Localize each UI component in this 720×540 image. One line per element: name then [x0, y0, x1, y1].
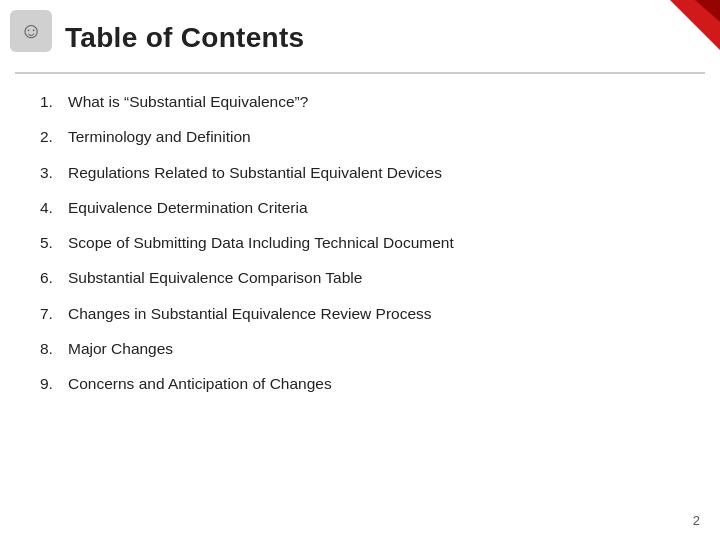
- list-number: 1.: [40, 90, 68, 113]
- content-list: 1.What is “Substantial Equivalence”?2.Te…: [40, 90, 680, 407]
- list-text: Major Changes: [68, 337, 173, 360]
- list-number: 4.: [40, 196, 68, 219]
- list-text: Scope of Submitting Data Including Techn…: [68, 231, 454, 254]
- list-number: 9.: [40, 372, 68, 395]
- page-number: 2: [693, 513, 700, 528]
- list-number: 3.: [40, 161, 68, 184]
- list-item: 3.Regulations Related to Substantial Equ…: [40, 161, 680, 184]
- title-divider: [15, 72, 705, 74]
- list-item: 8.Major Changes: [40, 337, 680, 360]
- list-item: 9.Concerns and Anticipation of Changes: [40, 372, 680, 395]
- list-text: Substantial Equivalence Comparison Table: [68, 266, 362, 289]
- list-number: 2.: [40, 125, 68, 148]
- list-item: 7.Changes in Substantial Equivalence Rev…: [40, 302, 680, 325]
- list-item: 1.What is “Substantial Equivalence”?: [40, 90, 680, 113]
- list-text: Terminology and Definition: [68, 125, 251, 148]
- logo-icon: ☺: [20, 18, 42, 44]
- list-text: What is “Substantial Equivalence”?: [68, 90, 308, 113]
- list-number: 5.: [40, 231, 68, 254]
- logo-area: ☺: [10, 10, 60, 60]
- list-text: Concerns and Anticipation of Changes: [68, 372, 332, 395]
- list-item: 4.Equivalence Determination Criteria: [40, 196, 680, 219]
- list-item: 6.Substantial Equivalence Comparison Tab…: [40, 266, 680, 289]
- list-number: 6.: [40, 266, 68, 289]
- list-item: 5.Scope of Submitting Data Including Tec…: [40, 231, 680, 254]
- list-text: Equivalence Determination Criteria: [68, 196, 308, 219]
- list-number: 7.: [40, 302, 68, 325]
- logo-box: ☺: [10, 10, 52, 52]
- slide-title: Table of Contents: [65, 22, 304, 54]
- slide-container: ☺ Table of Contents 1.What is “Substanti…: [0, 0, 720, 540]
- list-number: 8.: [40, 337, 68, 360]
- list-text: Regulations Related to Substantial Equiv…: [68, 161, 442, 184]
- list-text: Changes in Substantial Equivalence Revie…: [68, 302, 432, 325]
- list-item: 2.Terminology and Definition: [40, 125, 680, 148]
- top-right-decoration: [640, 0, 720, 60]
